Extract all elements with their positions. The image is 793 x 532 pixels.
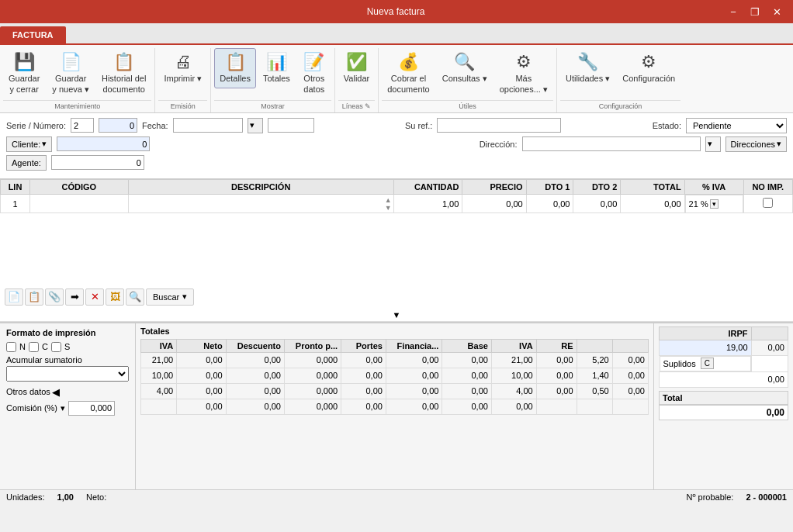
estado-select[interactable]: Pendiente bbox=[686, 118, 787, 133]
restore-button[interactable]: ❐ bbox=[745, 4, 765, 19]
iva-dropdown[interactable]: ▾ bbox=[710, 199, 719, 209]
cobrar-button[interactable]: 💰 Cobrar eldocumento bbox=[382, 48, 435, 98]
totals-re3[interactable]: 0,00 bbox=[612, 383, 648, 399]
fecha-input2[interactable] bbox=[268, 118, 314, 133]
buscar-button[interactable]: Buscar ▾ bbox=[146, 288, 194, 306]
tab-factura[interactable]: FACTURA bbox=[0, 26, 66, 43]
totals-portes[interactable]: 0,00 bbox=[341, 352, 386, 368]
totals-descuento[interactable]: 0,00 bbox=[226, 368, 284, 383]
totals-base[interactable]: 0,00 bbox=[442, 368, 492, 383]
totals-descuento[interactable]: 0,00 bbox=[226, 399, 284, 414]
direcciones-button[interactable]: Direcciones ▾ bbox=[725, 136, 787, 152]
serie-input[interactable] bbox=[71, 118, 94, 133]
totals-portes[interactable]: 0,00 bbox=[341, 399, 386, 414]
paste-special-button[interactable]: 📎 bbox=[45, 288, 64, 306]
fecha-dropdown[interactable]: ▾ bbox=[248, 118, 263, 133]
suplidos-val[interactable] bbox=[751, 355, 788, 371]
totals-re2[interactable]: 5,20 bbox=[577, 352, 612, 368]
totals-neto[interactable]: 0,00 bbox=[177, 399, 227, 414]
table-wrapper[interactable]: LIN CÓDIGO DESCRIPCIÓN CANTIDAD PRECIO D… bbox=[0, 179, 793, 285]
delete-line-button[interactable]: ✕ bbox=[85, 288, 104, 306]
comision-arrow[interactable]: ▾ bbox=[61, 403, 65, 413]
totals-iva-val[interactable]: 10,00 bbox=[491, 368, 536, 383]
utilidades-button[interactable]: 🔧 Utilidades ▾ bbox=[560, 48, 615, 88]
totals-pronto[interactable]: 0,000 bbox=[285, 399, 341, 414]
totals-financia[interactable]: 0,00 bbox=[386, 352, 442, 368]
totals-pronto[interactable]: 0,000 bbox=[285, 383, 341, 399]
direccion-input[interactable] bbox=[522, 136, 701, 151]
suplidos-btn[interactable]: C bbox=[701, 358, 714, 369]
totals-iva-val[interactable]: 0,00 bbox=[491, 399, 536, 414]
direccion-dropdown2[interactable]: ▾ bbox=[705, 136, 721, 152]
new-line-button[interactable]: 📄 bbox=[5, 288, 23, 306]
configuracion-button[interactable]: ⚙ Configuración bbox=[617, 48, 680, 88]
totals-pronto[interactable]: 0,000 bbox=[285, 368, 341, 383]
totals-base[interactable]: 0,00 bbox=[442, 383, 492, 399]
cell-dto1[interactable]: 0,00 bbox=[526, 194, 573, 213]
totals-neto[interactable]: 0,00 bbox=[177, 352, 227, 368]
detalles-button[interactable]: 📋 Detalles bbox=[214, 48, 256, 88]
cell-descripcion[interactable]: ▲▼ bbox=[128, 194, 393, 213]
scroll-indicator[interactable]: ▼ bbox=[0, 309, 793, 322]
comision-input[interactable] bbox=[68, 401, 115, 416]
checkbox-n[interactable] bbox=[6, 342, 16, 352]
imprimir-button[interactable]: 🖨 Imprimir ▾ bbox=[158, 48, 207, 88]
scroll-arrows[interactable]: ▲▼ bbox=[385, 195, 392, 213]
historial-button[interactable]: 📋 Historial deldocumento bbox=[96, 48, 151, 98]
agente-input[interactable] bbox=[51, 155, 144, 170]
cliente-input[interactable] bbox=[57, 136, 150, 151]
image-button[interactable]: 🖼 bbox=[106, 288, 124, 306]
otros-datos-chevron[interactable]: ◀ bbox=[52, 386, 60, 398]
totals-re[interactable] bbox=[536, 399, 577, 414]
cell-codigo[interactable] bbox=[30, 194, 129, 213]
totals-financia[interactable]: 0,00 bbox=[386, 368, 442, 383]
cell-iva[interactable]: 21 % ▾ bbox=[685, 195, 743, 213]
cell-dto2[interactable]: 0,00 bbox=[573, 194, 621, 213]
total-value[interactable]: 0,00 bbox=[659, 405, 788, 420]
cell-noimp[interactable] bbox=[743, 194, 792, 213]
totals-portes[interactable]: 0,00 bbox=[341, 368, 386, 383]
minimize-button[interactable]: − bbox=[723, 4, 743, 19]
totals-re2[interactable]: 1,40 bbox=[577, 368, 612, 383]
copy-line-button[interactable]: 📋 bbox=[25, 288, 43, 306]
totals-portes[interactable]: 0,00 bbox=[341, 383, 386, 399]
totals-base[interactable]: 0,00 bbox=[442, 399, 492, 414]
guardar-cerrar-button[interactable]: 💾 Guardary cerrar bbox=[3, 48, 45, 98]
totals-re3[interactable]: 0,00 bbox=[612, 352, 648, 368]
totals-descuento[interactable]: 0,00 bbox=[226, 352, 284, 368]
cell-precio[interactable]: 0,00 bbox=[462, 194, 526, 213]
totals-neto[interactable]: 0,00 bbox=[177, 368, 227, 383]
totals-financia[interactable]: 0,00 bbox=[386, 383, 442, 399]
totals-re[interactable]: 0,00 bbox=[536, 368, 577, 383]
search-icon-btn[interactable]: 🔍 bbox=[126, 288, 144, 306]
arrow-button[interactable]: ➡ bbox=[65, 288, 84, 306]
checkbox-s[interactable] bbox=[51, 342, 61, 352]
totals-base[interactable]: 0,00 bbox=[442, 352, 492, 368]
totals-neto[interactable]: 0,00 bbox=[177, 383, 227, 399]
acumular-select[interactable] bbox=[6, 366, 129, 382]
cell-total[interactable]: 0,00 bbox=[621, 194, 684, 213]
suplidos-amount[interactable]: 0,00 bbox=[660, 371, 788, 387]
totals-iva-val[interactable]: 21,00 bbox=[491, 352, 536, 368]
totals-re2[interactable]: 0,50 bbox=[577, 383, 612, 399]
guardar-nueva-button[interactable]: 📄 Guardary nueva ▾ bbox=[47, 48, 95, 98]
numero-input[interactable] bbox=[99, 118, 137, 133]
totals-re3[interactable] bbox=[612, 399, 648, 414]
irpf-val[interactable]: 0,00 bbox=[751, 340, 788, 355]
irpf-pct[interactable]: 19,00 bbox=[660, 340, 752, 355]
totals-iva-val[interactable]: 4,00 bbox=[491, 383, 536, 399]
totals-descuento[interactable]: 0,00 bbox=[226, 383, 284, 399]
cliente-dropdown[interactable]: Cliente: ▾ bbox=[6, 136, 52, 152]
checkbox-c[interactable] bbox=[29, 342, 39, 352]
noimp-checkbox[interactable] bbox=[763, 198, 773, 208]
totals-re[interactable]: 0,00 bbox=[536, 383, 577, 399]
su-ref-input[interactable] bbox=[437, 118, 561, 133]
consultas-button[interactable]: 🔍 Consultas ▾ bbox=[437, 48, 493, 88]
mas-opciones-button[interactable]: ⚙ Másopciones... ▾ bbox=[494, 48, 553, 98]
agente-button[interactable]: Agente: bbox=[6, 155, 47, 171]
totals-re3[interactable]: 0,00 bbox=[612, 368, 648, 383]
totals-re2[interactable] bbox=[577, 399, 612, 414]
fecha-input[interactable] bbox=[173, 118, 243, 133]
close-button[interactable]: ✕ bbox=[767, 4, 787, 19]
totals-financia[interactable]: 0,00 bbox=[386, 399, 442, 414]
